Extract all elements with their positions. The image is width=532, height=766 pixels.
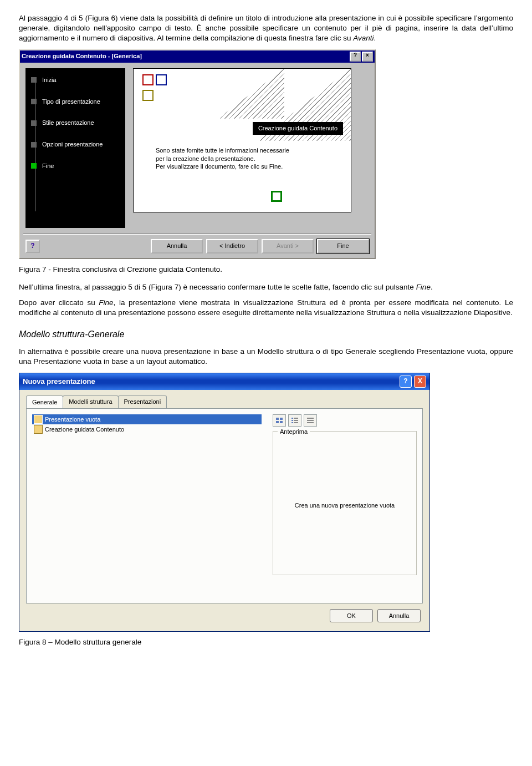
svg-rect-6 (291, 420, 293, 421)
title-text: Creazione guidata Contenuto - [Generica] (22, 52, 349, 60)
help-button[interactable]: ? (400, 376, 412, 388)
titlebar: Nuova presentazione ? X (19, 373, 429, 390)
template-icon (34, 415, 43, 424)
template-icon (34, 425, 43, 434)
preview-message: Sono state fornite tutte le informazioni… (156, 146, 294, 171)
view-large-icons-button[interactable] (273, 414, 286, 427)
swatch-olive (142, 90, 154, 101)
slide-preview: Creazione guidata Contenuto Sono state f… (133, 68, 369, 228)
paragraph-1: Al passaggio 4 di 5 (Figura 6) viene dat… (19, 13, 513, 44)
tab-presentazioni[interactable]: Presentazioni (118, 395, 167, 409)
step-fine: Fine (31, 162, 120, 170)
list-item-selected[interactable]: Presentazione vuota (32, 414, 262, 424)
view-details-button[interactable] (304, 414, 317, 427)
svg-rect-1 (280, 418, 283, 420)
svg-rect-9 (294, 422, 298, 423)
cancel-button[interactable]: Annulla (151, 239, 203, 253)
step-inizia: Inizia (31, 76, 120, 84)
cancel-button[interactable]: Annulla (377, 609, 421, 622)
finish-button[interactable]: Fine (317, 239, 369, 253)
titlebar: Creazione guidata Contenuto - [Generica]… (20, 50, 375, 63)
swatch-green (271, 191, 282, 202)
wizard-steps-sidebar: Inizia Tipo di presentazione Stile prese… (25, 68, 125, 228)
preview-groupbox: Anteprima Crea una nuova presentazione v… (273, 431, 417, 575)
tab-modelli[interactable]: Modelli struttura (63, 395, 118, 409)
new-presentation-dialog: Nuova presentazione ? X Generale Modelli… (19, 373, 430, 632)
help-button[interactable]: ? (350, 52, 361, 62)
template-list[interactable]: Presentazione vuota Creazione guidata Co… (32, 414, 262, 597)
figure7-caption: Figura 7 - Finestra conclusiva di Crezio… (19, 265, 513, 275)
subheading-modello: Modello struttura-Generale (19, 328, 513, 341)
ok-button[interactable]: OK (330, 609, 373, 622)
dialog-buttons: OK Annulla (26, 603, 423, 625)
tab-page: Presentazione vuota Creazione guidata Co… (26, 408, 423, 603)
svg-rect-11 (307, 420, 314, 421)
svg-rect-12 (307, 422, 314, 423)
step-stile: Stile presentazione (31, 119, 120, 127)
svg-rect-2 (276, 421, 279, 423)
groupbox-label: Anteprima (278, 428, 310, 436)
preview-text: Crea una nuova presentazione vuota (295, 501, 395, 510)
color-swatches (142, 74, 169, 103)
wizard-buttons: ? Annulla < Indietro Avanti > Fine (20, 235, 375, 258)
svg-rect-4 (291, 418, 293, 419)
close-button[interactable]: × (362, 52, 373, 62)
tab-generale[interactable]: Generale (26, 395, 63, 409)
view-mode-buttons (273, 414, 417, 427)
svg-rect-5 (294, 418, 298, 419)
list-item[interactable]: Creazione guidata Contenuto (32, 424, 262, 434)
swatch-navy (156, 74, 167, 85)
view-list-button[interactable] (288, 414, 301, 427)
svg-rect-7 (294, 420, 298, 421)
svg-rect-3 (280, 421, 283, 423)
next-button: Avanti > (262, 239, 314, 253)
paragraph-2b: Dopo aver cliccato su Fine, la presentaz… (19, 298, 513, 318)
figure8-caption: Figura 8 – Modello struttura generale (19, 637, 513, 647)
title-text: Nuova presentazione (23, 377, 397, 387)
svg-rect-10 (307, 418, 314, 419)
preview-banner: Creazione guidata Contenuto (253, 122, 343, 135)
context-help-button[interactable]: ? (25, 240, 40, 253)
step-tipo: Tipo di presentazione (31, 98, 120, 106)
swatch-red (142, 74, 154, 85)
step-opzioni: Opzioni presentazione (31, 140, 120, 149)
back-button[interactable]: < Indietro (206, 239, 258, 253)
paragraph-2a: Nell’ultima finestra, al passaggio 5 di … (19, 282, 513, 292)
svg-rect-8 (291, 422, 293, 423)
paragraph-3: In alternativa è possibile creare una nu… (19, 347, 513, 367)
close-button[interactable]: X (414, 376, 426, 388)
wizard-dialog: Creazione guidata Contenuto - [Generica]… (19, 49, 376, 259)
tabstrip: Generale Modelli struttura Presentazioni (26, 395, 423, 409)
svg-rect-0 (276, 418, 279, 420)
